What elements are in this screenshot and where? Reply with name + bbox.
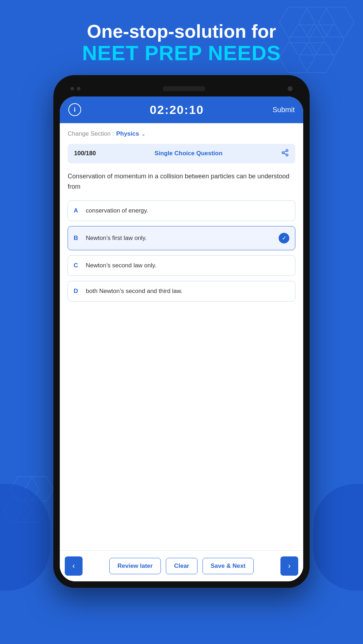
timer: 02:20:10 — [150, 103, 204, 117]
option-d-letter: D — [74, 288, 81, 295]
phone-frame: i 02:20:10 Submit Change Section : Physi… — [53, 75, 310, 588]
phone-wrapper: i 02:20:10 Submit Change Section : Physi… — [0, 75, 363, 588]
option-d-text: both Newton’s second and third law. — [86, 288, 289, 295]
hero-line1: One-stop-solution for — [0, 21, 363, 42]
notch-speaker — [163, 86, 205, 91]
question-info-bar: 100/180 Single Choice Question — [68, 144, 295, 163]
option-b[interactable]: B Newton’s first law only. ✓ — [68, 226, 295, 250]
option-b-letter: B — [74, 235, 81, 242]
prev-button[interactable]: ‹ — [65, 556, 83, 576]
phone-screen: i 02:20:10 Submit Change Section : Physi… — [60, 96, 303, 581]
bottom-action-bar: ‹ Review later Clear Save & Next › — [60, 550, 303, 581]
option-a-text: conservation of energy. — [86, 207, 289, 214]
svg-line-14 — [284, 153, 286, 155]
save-next-button[interactable]: Save & Next — [202, 558, 254, 574]
section-label: Change Section : — [68, 130, 114, 137]
question-type: Single Choice Question — [96, 150, 281, 157]
share-icon[interactable] — [281, 149, 289, 158]
option-d[interactable]: D both Newton’s second and third law. — [68, 281, 295, 302]
option-c-letter: C — [74, 262, 81, 269]
chevron-right-icon: › — [288, 561, 290, 571]
submit-button[interactable]: Submit — [273, 106, 295, 114]
option-c[interactable]: C Newton’s second law only. — [68, 255, 295, 276]
question-text: Conservation of momentum in a collision … — [68, 171, 295, 192]
chevron-left-icon: ‹ — [72, 561, 75, 571]
notch-dot-2 — [77, 87, 80, 90]
phone-notch-bar — [60, 82, 303, 96]
notch-dot-1 — [70, 87, 74, 90]
info-icon[interactable]: i — [68, 103, 81, 116]
options-list: A conservation of energy. B Newton’s fir… — [68, 200, 295, 302]
chevron-down-icon: ⌄ — [141, 131, 146, 137]
review-later-button[interactable]: Review later — [109, 558, 161, 574]
notch-camera — [288, 86, 293, 91]
action-buttons: Review later Clear Save & Next — [109, 558, 254, 574]
app-header: i 02:20:10 Submit — [60, 96, 303, 123]
hero-line2: NEET PREP NEEDS — [0, 42, 363, 64]
svg-line-15 — [284, 151, 286, 152]
notch-dots — [70, 87, 80, 90]
option-a[interactable]: A conservation of energy. — [68, 200, 295, 221]
hero-section: One-stop-solution for NEET PREP NEEDS — [0, 0, 363, 75]
screen-content: Change Section : Physics ⌄ 100/180 Singl… — [60, 123, 303, 581]
section-value: Physics — [116, 130, 139, 137]
option-a-letter: A — [74, 207, 81, 214]
clear-button[interactable]: Clear — [166, 558, 198, 574]
option-b-check-icon: ✓ — [279, 233, 289, 244]
option-b-text: Newton’s first law only. — [86, 235, 274, 242]
option-c-text: Newton’s second law only. — [86, 262, 289, 269]
section-selector[interactable]: Change Section : Physics ⌄ — [68, 130, 295, 137]
question-count: 100/180 — [74, 150, 96, 157]
next-button[interactable]: › — [280, 556, 298, 576]
